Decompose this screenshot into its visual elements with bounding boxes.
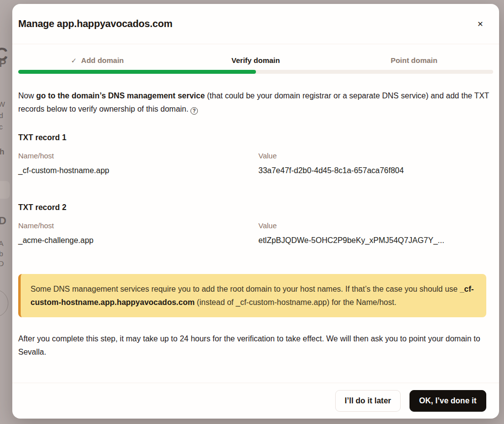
txt-record-1-value: 33a7e47f-d2b0-4d45-8c1a-657aca76f804 <box>258 166 493 175</box>
txt-record-2-name: _acme-challenge.app <box>18 236 258 245</box>
verification-instructions: Now go to the domain’s DNS management se… <box>18 89 491 116</box>
verification-time-note: After you complete this step, it may tak… <box>18 332 491 359</box>
dialog-body: ✓ Add domain Verify domain Point domain … <box>12 44 499 383</box>
background-text-fragment: b <box>0 249 3 258</box>
background-text-fragment: D <box>0 259 4 268</box>
txt-record-1-values: _cf-custom-hostname.app 33a7e47f-d2b0-4d… <box>18 166 493 175</box>
background-text-fragment: A <box>0 239 3 247</box>
step-add-domain: ✓ Add domain <box>18 56 177 64</box>
warning-text: (instead of _cf-custom-hostname.app) for… <box>194 298 396 306</box>
background-card-edge <box>0 181 10 199</box>
dialog-footer: I’ll do it later OK, I’ve done it <box>12 383 499 419</box>
txt-record-1-title: TXT record 1 <box>18 133 493 142</box>
step-label: Point domain <box>391 56 438 64</box>
txt-record-2-labels: Name/host Value <box>18 221 493 230</box>
txt-record-1-section: TXT record 1 Name/host Value _cf-custom-… <box>18 133 493 175</box>
background-text-fragment: P <box>0 57 6 70</box>
warning-text: Some DNS management services require you… <box>31 285 460 293</box>
step-label: Add domain <box>81 56 124 64</box>
do-it-later-button[interactable]: I’ll do it later <box>335 390 400 412</box>
background-text-fragment: d <box>0 111 3 120</box>
manage-domain-dialog: Manage app.happyavocados.com ✕ ✓ Add dom… <box>12 4 499 419</box>
background-circle-button <box>0 289 8 317</box>
step-point-domain: Point domain <box>335 56 493 64</box>
background-text-fragment: D <box>0 214 6 227</box>
instructions-bold-text: go to the domain’s DNS management servic… <box>36 91 205 100</box>
txt-record-1-name: _cf-custom-hostname.app <box>18 166 258 175</box>
txt-record-2-section: TXT record 2 Name/host Value _acme-chall… <box>18 203 493 245</box>
instructions-text: Now <box>18 91 36 100</box>
help-icon[interactable]: ? <box>190 107 198 115</box>
root-domain-warning-callout: Some DNS management services require you… <box>18 274 486 317</box>
background-text-fragment: c <box>0 122 3 131</box>
stepper-labels: ✓ Add domain Verify domain Point domain <box>18 56 493 64</box>
txt-record-1-labels: Name/host Value <box>18 151 493 160</box>
progress-bar-track <box>18 70 493 74</box>
background-text-fragment: h <box>0 148 4 156</box>
value-label: Value <box>258 221 493 230</box>
step-verify-domain: Verify domain <box>177 56 335 64</box>
value-label: Value <box>258 151 493 160</box>
dialog-header: Manage app.happyavocados.com ✕ <box>12 4 499 44</box>
step-label: Verify domain <box>231 56 280 64</box>
txt-record-2-value: etlZpBJQDWe-5OHC2P9beKy_xPMJ54Q7JAG7Y_..… <box>258 236 493 245</box>
name-host-label: Name/host <box>18 221 258 230</box>
ok-done-button[interactable]: OK, I’ve done it <box>410 390 486 412</box>
close-icon[interactable]: ✕ <box>474 17 486 30</box>
check-icon: ✓ <box>71 57 77 64</box>
background-text-fragment: W <box>0 100 5 108</box>
progress-bar-fill <box>18 70 256 74</box>
name-host-label: Name/host <box>18 151 258 160</box>
domain-setup-stepper: ✓ Add domain Verify domain Point domain <box>18 44 493 74</box>
txt-record-2-title: TXT record 2 <box>18 203 493 212</box>
txt-record-2-values: _acme-challenge.app etlZpBJQDWe-5OHC2P9b… <box>18 236 493 245</box>
dialog-title: Manage app.happyavocados.com <box>18 18 172 30</box>
